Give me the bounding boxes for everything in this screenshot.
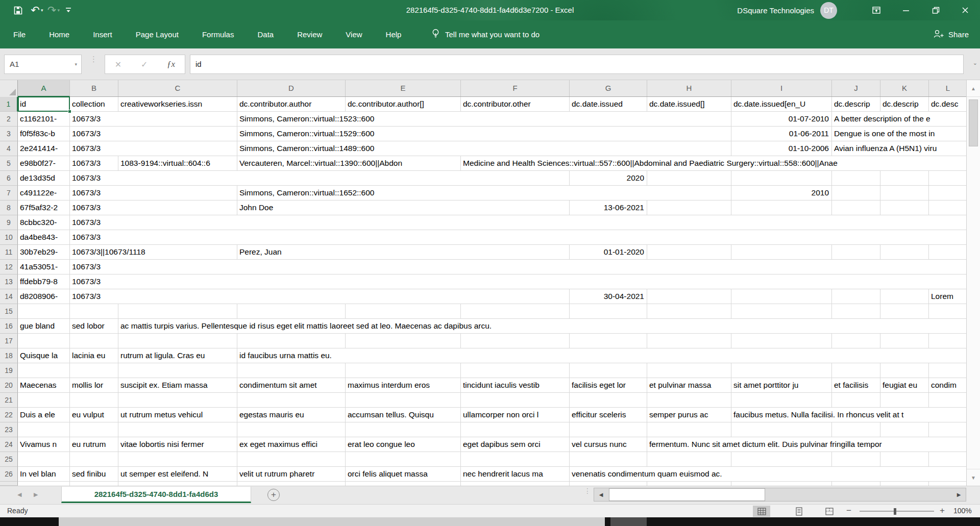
cell-D4[interactable]: Simmons, Cameron::virtual::1489::600 (239, 141, 730, 156)
select-all-corner[interactable] (0, 80, 18, 97)
zoom-out-icon[interactable]: − (846, 505, 851, 517)
cell-F5[interactable]: Medicine and Health Sciences::virtual::5… (463, 156, 963, 170)
cell-C1[interactable]: creativeworkseries.issn (120, 97, 236, 111)
fill-handle[interactable] (68, 110, 71, 113)
cell-B2[interactable]: 10673/3 (72, 112, 236, 126)
cell-J3[interactable]: Dengue is one of the most in (834, 127, 963, 141)
cell-D24[interactable]: ex eget maximus effici (239, 437, 344, 452)
row-header-7[interactable]: 7 (0, 186, 18, 201)
cell-A9[interactable]: 8cbbc320- (20, 215, 68, 230)
avatar[interactable]: DT (820, 2, 837, 19)
cell-I1[interactable]: dc.date.issued[en_U (733, 97, 830, 111)
cell-K20[interactable]: feugiat eu (883, 378, 927, 392)
cell-A22[interactable]: Duis a ele (20, 408, 68, 422)
cell-G11[interactable]: 01-01-2020 (571, 245, 644, 259)
cell-L20[interactable]: condim (931, 378, 963, 392)
row-header-15[interactable]: 15 (0, 304, 18, 319)
cell-I2[interactable]: 01-07-2010 (732, 112, 829, 126)
cell-F26[interactable]: nec hendrerit lacus ma (463, 467, 568, 481)
cell-B22[interactable]: eu vulput (72, 408, 117, 422)
cell-L1[interactable]: dc.desc (931, 97, 963, 111)
name-box[interactable]: A1 ▾ (4, 55, 82, 74)
tab-formulas[interactable]: Formulas (201, 30, 235, 39)
cell-I7[interactable]: 2010 (732, 186, 829, 200)
column-header-I[interactable]: I (731, 80, 832, 96)
column-header-H[interactable]: H (647, 80, 731, 96)
zoom-percentage[interactable]: 100% (953, 505, 972, 517)
cell-A11[interactable]: 30b7eb29- (20, 245, 68, 259)
cell-A20[interactable]: Maecenas (20, 378, 68, 392)
cell-A2[interactable]: c1162101- (20, 112, 68, 126)
column-header-K[interactable]: K (880, 80, 929, 96)
cell-E22[interactable]: accumsan tellus. Quisqu (348, 408, 459, 422)
column-header-F[interactable]: F (461, 80, 570, 96)
customize-quick-access-icon[interactable] (60, 0, 77, 20)
insert-function-icon[interactable]: ƒx (167, 59, 175, 69)
cell-J1[interactable]: dc.descrip (834, 97, 879, 111)
row-header-12[interactable]: 12 (0, 260, 18, 274)
row-header-4[interactable]: 4 (0, 141, 18, 156)
active-sheet-tab[interactable]: 282164f5-d325-4740-8dd1-fa4d6d3 (61, 487, 251, 503)
cancel-icon[interactable]: ✕ (115, 60, 121, 69)
scroll-right-icon[interactable]: ▶ (952, 488, 966, 501)
cell-A13[interactable]: ffdebb79-8 (20, 274, 68, 289)
formula-input[interactable]: id (190, 55, 964, 74)
minimize-button[interactable] (891, 0, 921, 20)
cell-C22[interactable]: ut rutrum metus vehicul (120, 408, 236, 422)
cell-B9[interactable]: 10673/3 (72, 215, 963, 230)
name-box-dropdown-icon[interactable]: ▾ (75, 55, 77, 73)
column-header-G[interactable]: G (570, 80, 647, 96)
cell-D8[interactable]: John Doe (239, 201, 568, 215)
cell-A5[interactable]: e98b0f27- (20, 156, 68, 170)
cell-J2[interactable]: A better description of the e (834, 112, 963, 126)
close-button[interactable] (950, 0, 980, 20)
cell-A14[interactable]: d8208906- (20, 289, 68, 304)
tab-file[interactable]: File (12, 30, 27, 39)
cell-A16[interactable]: gue bland (20, 319, 68, 333)
tab-help[interactable]: Help (385, 30, 403, 39)
cell-J4[interactable]: Avian influenza A (H5N1) viru (834, 141, 963, 156)
cell-H22[interactable]: semper purus ac (649, 408, 730, 422)
cell-G26[interactable]: venenatis condimentum quam euismod ac. (572, 467, 963, 481)
account-area[interactable]: DSquare Technologies DT (737, 0, 837, 20)
cell-A26[interactable]: In vel blan (20, 467, 68, 481)
tabbar-divider[interactable]: ⋮ (584, 489, 591, 493)
cell-B4[interactable]: 10673/3 (72, 141, 236, 156)
row-header-17[interactable]: 17 (0, 334, 18, 348)
cell-F22[interactable]: ullamcorper non orci l (463, 408, 568, 422)
zoom-slider-track[interactable] (860, 511, 934, 512)
cell-F1[interactable]: dc.contributor.other (463, 97, 568, 111)
cell-B13[interactable]: 10673/3 (72, 274, 963, 289)
cell-B26[interactable]: sed finibu (72, 467, 117, 481)
row-header-20[interactable]: 20 (0, 378, 18, 393)
column-header-L[interactable]: L (929, 80, 966, 96)
cell-G20[interactable]: facilisis eget lor (572, 378, 646, 392)
cell-B18[interactable]: lacinia eu (72, 348, 117, 363)
cell-E26[interactable]: orci felis aliquet massa (348, 467, 459, 481)
cell-C16[interactable]: ac mattis turpis varius. Pellentesque id… (120, 319, 963, 333)
scroll-up-icon[interactable]: ▲ (967, 80, 980, 97)
row-header-6[interactable]: 6 (0, 171, 18, 186)
cell-C5[interactable]: 1083-9194::virtual::604::6 (120, 156, 236, 170)
row-header-3[interactable]: 3 (0, 127, 18, 141)
cell-A3[interactable]: f0f5f83c-b (20, 127, 68, 141)
restore-button[interactable] (921, 0, 950, 20)
cell-A7[interactable]: c491122e- (20, 186, 68, 200)
horizontal-scrollbar[interactable]: ◀ ▶ (594, 488, 966, 502)
cell-E24[interactable]: erat leo congue leo (348, 437, 459, 452)
cell-H20[interactable]: et pulvinar massa (649, 378, 730, 392)
cell-A8[interactable]: 67f5af32-2 (20, 201, 68, 215)
cell-G1[interactable]: dc.date.issued (572, 97, 646, 111)
zoom-in-icon[interactable]: + (940, 505, 945, 517)
cell-E1[interactable]: dc.contributor.author[] (348, 97, 459, 111)
row-header-11[interactable]: 11 (0, 245, 18, 260)
cell-B10[interactable]: 10673/3 (72, 230, 963, 244)
ribbon-display-options-icon[interactable] (862, 0, 891, 20)
column-header-C[interactable]: C (118, 80, 237, 96)
tab-view[interactable]: View (345, 30, 363, 39)
row-header-1[interactable]: 1 (0, 97, 18, 112)
cell-B16[interactable]: sed lobor (72, 319, 117, 333)
cell-B11[interactable]: 10673/3||10673/1118 (72, 245, 236, 259)
next-sheet-icon[interactable]: ▶ (34, 486, 38, 503)
vertical-scrollbar[interactable]: ▲ ▼ (966, 80, 980, 486)
